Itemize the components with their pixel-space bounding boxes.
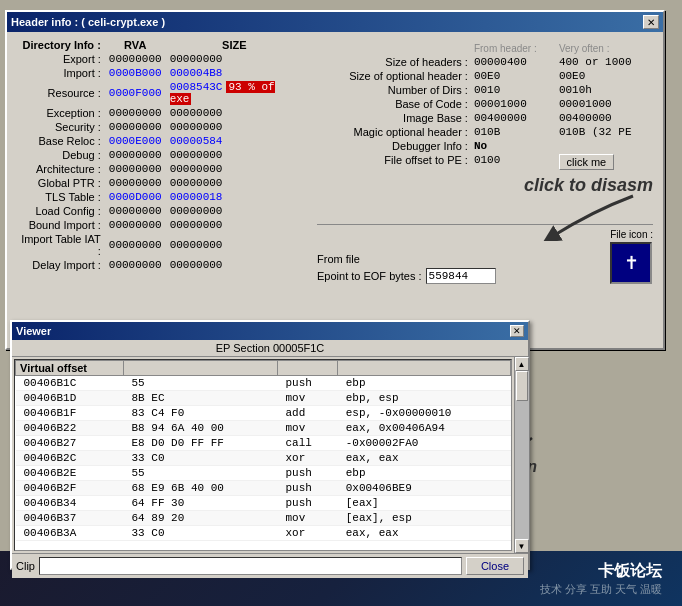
disasm-col-operand <box>338 361 511 376</box>
dir-table-row: Load Config :0000000000000000 <box>13 204 303 218</box>
field-value-4: 00400000 <box>471 111 556 125</box>
field-value-7: 0100 <box>471 153 556 171</box>
field-header-1: 00E0 <box>556 69 653 83</box>
dir-extra-2: 93 % of exe <box>170 81 275 105</box>
file-icon-box[interactable]: ✝ <box>610 242 652 284</box>
disasm-offset-8: 00406B34 <box>16 496 124 511</box>
disasm-op-9: mov <box>277 511 337 526</box>
disasm-operand-6: ebp <box>338 466 511 481</box>
right-panel: From header : Very often : Size of heade… <box>313 38 657 288</box>
dir-table-row: Exception :0000000000000000 <box>13 106 303 120</box>
disasm-hex-2: 83 C4 F0 <box>123 406 277 421</box>
left-panel: Directory Info : RVA SIZE Export :000000… <box>13 38 303 288</box>
annotation-area: click to disasm <box>317 175 653 216</box>
viewer-window-title: Viewer <box>16 325 51 337</box>
directory-info-table: Directory Info : RVA SIZE Export :000000… <box>13 38 303 272</box>
field-label-6: Debugger Info : <box>317 139 471 153</box>
disasm-offset-1: 00406B1D <box>16 391 124 406</box>
viewer-window: Viewer ✕ EP Section 00005F1C Virtual off… <box>10 320 530 570</box>
dir-table-row: TLS Table :0000D00000000018 <box>13 190 303 204</box>
disasm-operand-2: esp, -0x00000010 <box>338 406 511 421</box>
col-size: SIZE <box>166 38 303 52</box>
disasm-op-2: add <box>277 406 337 421</box>
disasm-hex-3: B8 94 6A 40 00 <box>123 421 277 436</box>
disasm-op-6: push <box>277 466 337 481</box>
disasm-op-0: push <box>277 376 337 391</box>
dir-label-6: Debug : <box>13 148 105 162</box>
dir-rva-7: 00000000 <box>105 162 166 176</box>
disasm-operand-1: ebp, esp <box>338 391 511 406</box>
dir-label-1: Import : <box>13 66 105 80</box>
disasm-table: Virtual offset 00406B1C55pushebp00406B1D… <box>15 360 511 541</box>
dir-size-12: 00000000 <box>166 232 303 258</box>
dir-label-5: Base Reloc : <box>13 134 105 148</box>
click-me-button[interactable]: click me <box>559 154 614 170</box>
disasm-operand-10: eax, eax <box>338 526 511 541</box>
dir-size-9: 00000018 <box>166 190 303 204</box>
dir-size-8: 00000000 <box>166 176 303 190</box>
dir-rva-2: 0000F000 <box>105 80 166 106</box>
dir-rva-11: 00000000 <box>105 218 166 232</box>
dir-label-8: Global PTR : <box>13 176 105 190</box>
dir-size-6: 00000000 <box>166 148 303 162</box>
dir-rva-13: 00000000 <box>105 258 166 272</box>
field-header-5: 010B (32 PE <box>556 125 653 139</box>
dir-label-4: Security : <box>13 120 105 134</box>
dir-table-row: Architecture :0000000000000000 <box>13 162 303 176</box>
from-header-col-label: From header : <box>471 42 556 55</box>
disasm-row: 00406B2E55pushebp <box>16 466 511 481</box>
disasm-list[interactable]: Virtual offset 00406B1C55pushebp00406B1D… <box>14 359 512 551</box>
disasm-row: 00406B3764 89 20mov[eax], esp <box>16 511 511 526</box>
viewer-close-btn-bottom[interactable]: Close <box>466 557 524 575</box>
field-label-3: Base of Code : <box>317 97 471 111</box>
disasm-col-op <box>277 361 337 376</box>
field-label-0: Size of headers : <box>317 55 471 69</box>
disasm-offset-7: 00406B2F <box>16 481 124 496</box>
disasm-col-offset: Virtual offset <box>16 361 124 376</box>
field-value-1: 00E0 <box>471 69 556 83</box>
dir-label-10: Load Config : <box>13 204 105 218</box>
disasm-offset-10: 00406B3A <box>16 526 124 541</box>
dir-size-10: 00000000 <box>166 204 303 218</box>
disasm-operand-7: 0x00406BE9 <box>338 481 511 496</box>
main-close-button[interactable]: ✕ <box>643 15 659 29</box>
field-header-0: 400 or 1000 <box>556 55 653 69</box>
disasm-hex-0: 55 <box>123 376 277 391</box>
field-label-2: Number of Dirs : <box>317 83 471 97</box>
main-window: Header info : ( celi-crypt.exe ) ✕ Direc… <box>5 10 665 350</box>
disasm-row: 00406B3464 FF 30push[eax] <box>16 496 511 511</box>
disasm-hex-6: 55 <box>123 466 277 481</box>
viewer-close-button[interactable]: ✕ <box>510 325 524 337</box>
from-file-label: From file <box>317 253 610 265</box>
main-title-bar: Header info : ( celi-crypt.exe ) ✕ <box>7 12 663 32</box>
dir-table-row: Export :0000000000000000 <box>13 52 303 66</box>
disasm-row: 00406B2C33 C0xoreax, eax <box>16 451 511 466</box>
disasm-hex-9: 64 89 20 <box>123 511 277 526</box>
scroll-up-button[interactable]: ▲ <box>515 357 529 371</box>
dir-label-0: Export : <box>13 52 105 66</box>
info-table: From header : Very often : Size of heade… <box>317 42 653 171</box>
field-value-0: 00000400 <box>471 55 556 69</box>
scroll-thumb[interactable] <box>516 371 528 401</box>
disasm-op-4: call <box>277 436 337 451</box>
disasm-col-hex <box>123 361 277 376</box>
field-header-4: 00400000 <box>556 111 653 125</box>
disasm-row: 00406B22B8 94 6A 40 00moveax, 0x00406A94 <box>16 421 511 436</box>
disasm-operand-8: [eax] <box>338 496 511 511</box>
dir-rva-12: 00000000 <box>105 232 166 258</box>
disasm-offset-2: 00406B1F <box>16 406 124 421</box>
disasm-scrollbar[interactable]: ▲ ▼ <box>514 357 528 553</box>
dir-size-5: 00000584 <box>166 134 303 148</box>
very-often-col-label: Very often : <box>556 42 653 55</box>
disasm-arrow <box>533 191 653 241</box>
scroll-down-button[interactable]: ▼ <box>515 539 529 553</box>
dir-label-2: Resource : <box>13 80 105 106</box>
ep-section-label: EP Section 00005F1C <box>216 342 325 354</box>
clip-input[interactable] <box>39 557 462 575</box>
disasm-operand-3: eax, 0x00406A94 <box>338 421 511 436</box>
dir-table-row: Global PTR :0000000000000000 <box>13 176 303 190</box>
dir-table-row: Delay Import :0000000000000000 <box>13 258 303 272</box>
disasm-row: 00406B27E8 D0 D0 FF FFcall-0x00002FA0 <box>16 436 511 451</box>
disasm-row: 00406B2F68 E9 6B 40 00push0x00406BE9 <box>16 481 511 496</box>
disasm-offset-9: 00406B37 <box>16 511 124 526</box>
